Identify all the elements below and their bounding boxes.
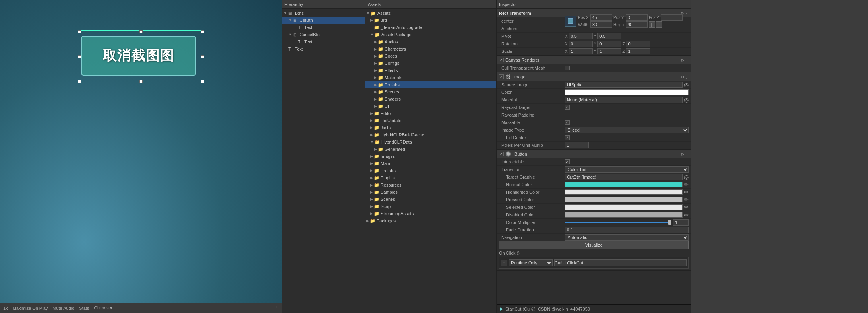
color-multiplier-input[interactable]: [673, 219, 689, 226]
button-enabled-checkbox[interactable]: ✓: [499, 152, 504, 156]
image-color-swatch[interactable]: [565, 89, 689, 95]
asset-effects[interactable]: ▶ 📁 Effects: [365, 67, 496, 74]
settings-icon[interactable]: ⚙: [680, 75, 684, 79]
pressed-color-edit-icon[interactable]: ✏: [684, 196, 689, 203]
canvas-renderer-header[interactable]: ✓ Canvas Renderer ⚙ ⋮: [497, 56, 691, 64]
runtime-only-select[interactable]: Runtime Only: [509, 259, 553, 266]
hier-btns[interactable]: ▼ ⊞ Btns: [282, 10, 365, 17]
source-image-picker-icon[interactable]: ◎: [684, 82, 689, 88]
scale-y-input[interactable]: [597, 48, 621, 54]
asset-script[interactable]: ▶ 📁 Script: [365, 203, 496, 210]
hier-cancelbtn[interactable]: ▼ ⊞ CancelBtn: [282, 31, 365, 38]
mute-audio[interactable]: Mute Audio: [52, 306, 74, 311]
asset-hotupdate[interactable]: ▶ 📁 HotUpdate: [365, 117, 496, 124]
asset-hybridclrdata[interactable]: ▼ 📁 HybridCLRData: [365, 138, 496, 146]
selected-color-swatch[interactable]: [565, 204, 683, 210]
asset-materials[interactable]: ▶ 📁 Materials: [365, 74, 496, 81]
fade-duration-input[interactable]: [565, 227, 689, 233]
asset-samples[interactable]: ▶ 📁 Samples: [365, 189, 496, 196]
asset-shaders[interactable]: ▶ 📁 Shaders: [365, 95, 496, 103]
gizmos[interactable]: Gizmos ▾: [94, 305, 112, 311]
selected-color-edit-icon[interactable]: ✏: [684, 204, 689, 210]
material-input[interactable]: [565, 97, 683, 103]
more-icon[interactable]: ⋮: [685, 75, 689, 79]
cull-checkbox[interactable]: [565, 66, 570, 70]
material-picker-icon[interactable]: ◎: [684, 97, 689, 103]
asset-prefabs[interactable]: ▶ 📁 Prefabs: [365, 81, 496, 88]
asset-assets[interactable]: ▼ 📁 Assets: [365, 10, 496, 17]
on-click-function-input[interactable]: [554, 259, 687, 266]
stats[interactable]: Stats: [79, 306, 89, 311]
settings-icon[interactable]: ⚙: [680, 58, 684, 62]
more-icon[interactable]: ⋮: [685, 58, 689, 62]
asset-prefabs2[interactable]: ▶ 📁 Prefabs: [365, 167, 496, 174]
asset-main[interactable]: ▶ 📁 Main: [365, 160, 496, 167]
handle-lm[interactable]: [78, 55, 81, 58]
pos-x-input[interactable]: [590, 14, 612, 21]
source-image-input[interactable]: [565, 82, 683, 88]
height-input[interactable]: [626, 21, 648, 28]
handle-bm[interactable]: [139, 80, 143, 83]
color-multiplier-slider[interactable]: [565, 222, 671, 223]
image-enabled-checkbox[interactable]: ✓: [499, 74, 504, 79]
button-header[interactable]: ✓ 🔘 Button ⚙ ⋮: [497, 150, 691, 158]
width-input[interactable]: [590, 21, 612, 28]
asset-scenes2[interactable]: ▶ 📁 Scenes: [365, 196, 496, 203]
target-graphic-picker-icon[interactable]: ◎: [684, 174, 689, 180]
rot-z-input[interactable]: [626, 41, 650, 47]
handle-br[interactable]: [201, 80, 204, 83]
interactable-checkbox[interactable]: ✓: [565, 159, 570, 164]
handle-bl[interactable]: [78, 80, 81, 83]
scale-z-input[interactable]: [626, 48, 650, 54]
lock-buttons[interactable]: | —: [649, 21, 662, 28]
hier-text3[interactable]: T Text: [282, 45, 365, 52]
disabled-color-swatch[interactable]: [565, 212, 683, 218]
anchor-widget[interactable]: [565, 16, 576, 27]
asset-assetspackage[interactable]: ▼ 📁 AssetsPackage: [365, 31, 496, 38]
canvas-renderer-checkbox[interactable]: ✓: [499, 58, 504, 62]
highlighted-color-edit-icon[interactable]: ✏: [684, 189, 689, 195]
asset-generated[interactable]: ▶ 📁 Generated: [365, 146, 496, 153]
scene-button-container[interactable]: 取消截图图: [79, 32, 203, 82]
rot-x-input[interactable]: [569, 41, 593, 47]
lock-width-btn[interactable]: |: [649, 21, 655, 28]
image-header[interactable]: ✓ 🖼 Image ⚙ ⋮: [497, 72, 691, 81]
fill-center-checkbox[interactable]: ✓: [565, 135, 570, 140]
asset-codes[interactable]: ▶ 📁 Codes: [365, 52, 496, 60]
asset-editor[interactable]: ▶ 📁 Editor: [365, 110, 496, 117]
asset-audios[interactable]: ▶ 📁 Audios: [365, 38, 496, 45]
asset-3rd[interactable]: ▶ 📁 3rd: [365, 17, 496, 24]
inspector-content[interactable]: Rect Transform ⚙ ⋮ center: [497, 9, 691, 304]
more-icon[interactable]: ⋮: [685, 152, 689, 156]
hier-text1[interactable]: T Text: [282, 24, 365, 31]
pos-y-input[interactable]: [626, 14, 648, 21]
asset-configs[interactable]: ▶ 📁 Configs: [365, 60, 496, 67]
asset-characters[interactable]: ▶ 📁 Characters: [365, 45, 496, 52]
visualize-button[interactable]: Visualize: [499, 241, 689, 249]
rot-y-input[interactable]: [597, 41, 621, 47]
settings-icon[interactable]: ⚙: [680, 152, 684, 156]
on-click-remove-btn[interactable]: −: [501, 260, 507, 266]
image-type-select[interactable]: Sliced: [565, 127, 689, 133]
normal-color-swatch[interactable]: [565, 182, 683, 187]
asset-scenes[interactable]: ▶ 📁 Scenes: [365, 88, 496, 95]
lock-height-btn[interactable]: —: [656, 21, 662, 28]
normal-color-edit-icon[interactable]: ✏: [684, 181, 689, 188]
pivot-y-input[interactable]: [597, 33, 621, 39]
asset-ui[interactable]: ▶ 📁 UI: [365, 103, 496, 110]
asset-terrainavtoupgrade[interactable]: ▶ 📁 _TerrainAutoUpgrade: [365, 24, 496, 31]
handle-tl[interactable]: [78, 30, 81, 33]
transition-select[interactable]: Color Tint: [565, 166, 689, 173]
asset-streamingassets[interactable]: ▶ 📁 StreamingAssets: [365, 210, 496, 217]
handle-tm[interactable]: [139, 30, 143, 33]
handle-rm[interactable]: [201, 55, 204, 58]
hier-cutbtn[interactable]: ▼ ⊞ CutBtn: [282, 17, 365, 24]
pressed-color-swatch[interactable]: [565, 197, 683, 202]
pivot-x-input[interactable]: [569, 33, 593, 39]
pixels-per-unit-input[interactable]: [565, 142, 589, 148]
navigation-select[interactable]: Automatic: [565, 234, 689, 241]
handle-tr[interactable]: [201, 30, 204, 33]
pos-z-input[interactable]: [661, 14, 683, 21]
hier-text2[interactable]: T Text: [282, 38, 365, 45]
highlighted-color-swatch[interactable]: [565, 189, 683, 195]
